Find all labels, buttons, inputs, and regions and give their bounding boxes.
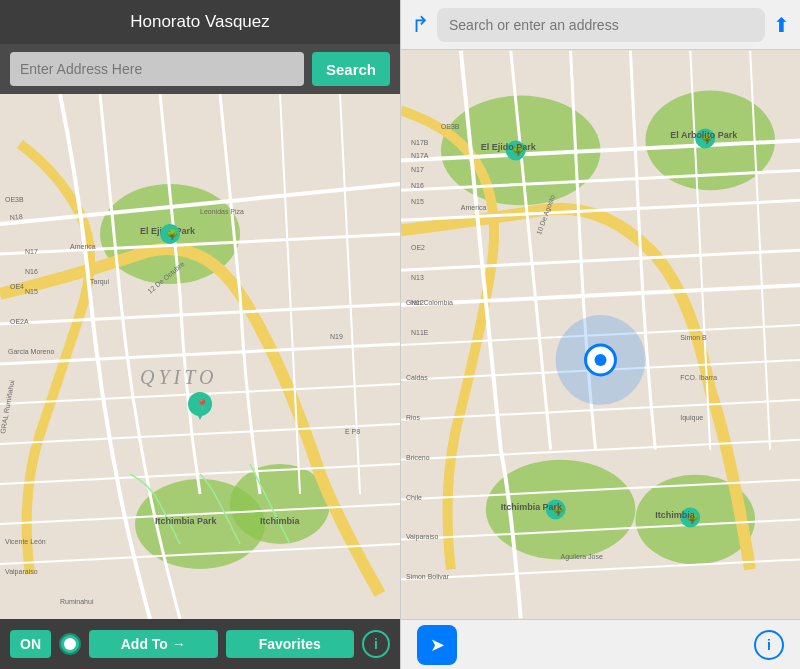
svg-text:America: America: [70, 243, 96, 250]
svg-text:Aguilera Jose: Aguilera Jose: [561, 553, 603, 561]
left-info-label: i: [374, 636, 378, 652]
svg-text:🌳: 🌳: [166, 228, 179, 241]
right-search-input[interactable]: [437, 8, 765, 42]
svg-text:Iquique: Iquique: [680, 414, 703, 422]
svg-text:QΥΙΤΟ: QΥΙΤΟ: [140, 366, 217, 388]
share-icon: ⬆: [773, 14, 790, 36]
svg-text:Leonidas Piza: Leonidas Piza: [200, 208, 244, 215]
left-search-bar: Search: [0, 44, 400, 94]
right-info-button[interactable]: i: [754, 630, 784, 660]
left-header: Honorato Vasquez: [0, 0, 400, 44]
right-map-area: 🌳 🌳 🌳 🌳 El Ejido Park El Arbolito Park I…: [401, 50, 800, 619]
svg-text:Chile: Chile: [406, 494, 422, 501]
svg-text:Itchimbia Park: Itchimbia Park: [155, 516, 218, 526]
svg-text:N17A: N17A: [411, 152, 429, 159]
favorites-label: Favorites: [259, 636, 321, 652]
left-bottom-bar: ON Add To → Favorites i: [0, 619, 400, 669]
svg-text:N17: N17: [25, 248, 38, 255]
favorites-button[interactable]: Favorites: [226, 630, 355, 658]
svg-text:N15: N15: [411, 198, 424, 205]
svg-text:Itchimbia: Itchimbia: [260, 516, 301, 526]
svg-text:OE3B: OE3B: [441, 123, 460, 130]
svg-text:N18: N18: [9, 213, 23, 221]
left-info-button[interactable]: i: [362, 630, 390, 658]
svg-text:OE2: OE2: [411, 244, 425, 251]
svg-text:📍: 📍: [196, 398, 209, 411]
svg-text:Gran Colombia: Gran Colombia: [406, 299, 453, 306]
svg-text:Garcia Moreno: Garcia Moreno: [8, 348, 54, 355]
svg-text:America: America: [461, 204, 487, 211]
add-to-button[interactable]: Add To →: [89, 630, 218, 658]
right-header: ↱ ⬆: [401, 0, 800, 50]
svg-text:Ruminahui: Ruminahui: [60, 598, 94, 605]
svg-text:Valparaiso: Valparaiso: [5, 568, 38, 576]
svg-text:Vicente León: Vicente León: [5, 538, 46, 545]
left-panel: Honorato Vasquez Search: [0, 0, 400, 669]
add-to-label: Add To →: [121, 636, 186, 652]
svg-text:OE4: OE4: [10, 283, 24, 290]
right-info-label: i: [767, 637, 771, 653]
svg-text:N17: N17: [411, 166, 424, 173]
svg-text:El Ejido Park: El Ejido Park: [481, 142, 536, 152]
svg-text:Briceno: Briceno: [406, 454, 430, 461]
left-search-button[interactable]: Search: [312, 52, 390, 86]
svg-text:Rios: Rios: [406, 414, 420, 421]
svg-text:Itchimbia Park: Itchimbia Park: [501, 502, 562, 512]
svg-text:N15: N15: [25, 288, 38, 295]
left-map-area: QΥΙΤΟ El Ejido Park Itchimbia Park Itchi…: [0, 94, 400, 619]
svg-text:E P8: E P8: [345, 428, 360, 435]
svg-text:N11E: N11E: [411, 329, 429, 336]
svg-text:N16: N16: [25, 268, 38, 275]
toggle-label: ON: [20, 636, 41, 652]
right-panel: ↱ ⬆: [400, 0, 800, 669]
left-search-input[interactable]: [10, 52, 304, 86]
svg-text:N19: N19: [330, 333, 343, 340]
svg-text:N16: N16: [411, 182, 424, 189]
left-title: Honorato Vasquez: [130, 12, 270, 32]
svg-text:FCO. Ibarra: FCO. Ibarra: [680, 374, 717, 381]
toggle-circle-inner: [64, 638, 76, 650]
svg-point-38: [595, 354, 607, 366]
svg-text:Simon B: Simon B: [680, 334, 707, 341]
share-button[interactable]: ⬆: [773, 13, 790, 37]
toggle-on-button[interactable]: ON: [10, 630, 51, 658]
svg-text:Simon Bolivar: Simon Bolivar: [406, 573, 450, 580]
location-icon: ➤: [430, 634, 445, 656]
svg-text:Itchimbia: Itchimbia: [655, 510, 695, 520]
svg-text:OE3B: OE3B: [5, 196, 24, 203]
svg-text:El Arbolito Park: El Arbolito Park: [670, 130, 737, 140]
right-bottom-bar: ➤ i: [401, 619, 800, 669]
location-button[interactable]: ➤: [417, 625, 457, 665]
svg-text:N13: N13: [411, 274, 424, 281]
svg-text:OE2A: OE2A: [10, 318, 29, 325]
svg-text:Tarqui: Tarqui: [90, 278, 110, 286]
nav-arrow-icon: ↱: [411, 12, 429, 38]
toggle-circle[interactable]: [59, 633, 81, 655]
svg-text:N17B: N17B: [411, 139, 429, 146]
svg-text:Valparaiso: Valparaiso: [406, 533, 439, 541]
svg-text:Caldas: Caldas: [406, 374, 428, 381]
